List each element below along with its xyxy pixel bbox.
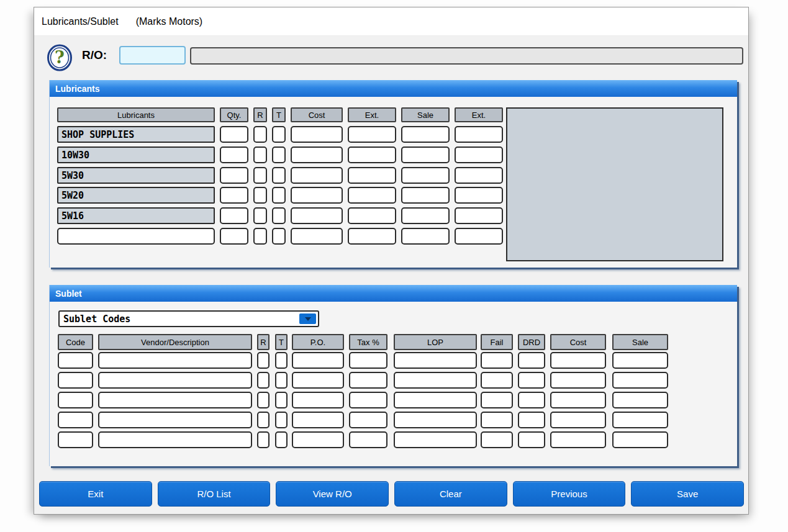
sublet-row5-code-input[interactable] bbox=[58, 431, 93, 448]
clear-button[interactable]: Clear bbox=[394, 481, 507, 507]
ro-number-input[interactable] bbox=[119, 46, 186, 65]
sublet-row5-tax-input[interactable] bbox=[349, 431, 387, 448]
sublet-row3-cost-input[interactable] bbox=[550, 392, 606, 408]
sublet-row5-fail-input[interactable] bbox=[481, 431, 513, 448]
sublet-row3-tax-input[interactable] bbox=[349, 392, 387, 408]
sublet-row5-cost-input[interactable] bbox=[550, 431, 606, 448]
sublet-row4-r-input[interactable] bbox=[257, 412, 269, 428]
lubricant-5w20-qty-input[interactable] bbox=[220, 187, 248, 204]
lubricant-5w20-r-input[interactable] bbox=[253, 187, 267, 204]
lubricant-shop-supplies-ext-input[interactable] bbox=[348, 126, 396, 143]
sublet-row5-po-input[interactable] bbox=[292, 431, 344, 448]
lubricant-5w16-qty-input[interactable] bbox=[220, 207, 248, 224]
lubricant-new-sale-input[interactable] bbox=[401, 228, 450, 245]
sublet-row5-t-input[interactable] bbox=[275, 431, 288, 448]
sublet-row1-lop-input[interactable] bbox=[394, 352, 477, 369]
sublet-row4-drd-input[interactable] bbox=[518, 412, 545, 428]
sublet-row2-vendor-input[interactable] bbox=[98, 372, 252, 389]
lubricant-shop-supplies-t-input[interactable] bbox=[272, 126, 286, 143]
help-button[interactable]: ? bbox=[47, 44, 73, 71]
sublet-row3-t-input[interactable] bbox=[275, 392, 288, 408]
sublet-row3-r-input[interactable] bbox=[257, 392, 269, 408]
lubricant-shop-supplies-qty-input[interactable] bbox=[220, 126, 248, 143]
lubricant-new-ext-input[interactable] bbox=[348, 228, 396, 245]
lubricant-new-ext2-input[interactable] bbox=[455, 228, 503, 245]
sublet-row1-code-input[interactable] bbox=[58, 352, 93, 369]
sublet-row2-sale-input[interactable] bbox=[612, 372, 668, 389]
lubricant-5w30-qty-input[interactable] bbox=[220, 167, 248, 184]
lubricant-5w16-ext-input[interactable] bbox=[348, 207, 396, 224]
lubricant-10w30-r-input[interactable] bbox=[253, 147, 267, 163]
lubricant-5w20-t-input[interactable] bbox=[272, 187, 286, 204]
save-button[interactable]: Save bbox=[631, 481, 744, 507]
sublet-row1-cost-input[interactable] bbox=[550, 352, 606, 369]
sublet-row4-fail-input[interactable] bbox=[481, 412, 513, 428]
exit-button[interactable]: Exit bbox=[39, 481, 152, 507]
sublet-row2-po-input[interactable] bbox=[292, 372, 344, 389]
sublet-row5-vendor-input[interactable] bbox=[98, 431, 252, 448]
sublet-row4-vendor-input[interactable] bbox=[98, 412, 252, 428]
sublet-row1-drd-input[interactable] bbox=[518, 352, 545, 369]
sublet-row5-r-input[interactable] bbox=[257, 431, 269, 448]
sublet-row3-code-input[interactable] bbox=[58, 392, 93, 408]
sublet-row1-fail-input[interactable] bbox=[481, 352, 513, 369]
sublet-row2-lop-input[interactable] bbox=[394, 372, 477, 389]
lubricant-5w20-ext-input[interactable] bbox=[348, 187, 396, 204]
lubricant-10w30-ext-input[interactable] bbox=[348, 147, 396, 163]
lubricant-10w30-cost-input[interactable] bbox=[291, 147, 343, 163]
lubricant-5w20-ext2-input[interactable] bbox=[455, 187, 503, 204]
sublet-row4-code-input[interactable] bbox=[58, 412, 93, 428]
sublet-row3-sale-input[interactable] bbox=[612, 392, 668, 408]
dropdown-arrow-button[interactable] bbox=[299, 313, 316, 324]
lubricant-5w30-ext-input[interactable] bbox=[348, 167, 396, 184]
sublet-row3-po-input[interactable] bbox=[292, 392, 344, 408]
ro-list-button[interactable]: R/O List bbox=[158, 481, 271, 507]
lubricant-5w20-sale-input[interactable] bbox=[401, 187, 450, 204]
lubricant-5w16-ext2-input[interactable] bbox=[455, 207, 503, 224]
sublet-codes-dropdown[interactable]: Sublet Codes bbox=[58, 310, 319, 327]
sublet-row1-po-input[interactable] bbox=[292, 352, 344, 369]
sublet-row4-lop-input[interactable] bbox=[394, 412, 477, 428]
lubricant-shop-supplies-ext2-input[interactable] bbox=[455, 126, 503, 143]
lubricant-new-qty-input[interactable] bbox=[220, 228, 248, 245]
sublet-row2-cost-input[interactable] bbox=[550, 372, 606, 389]
lubricant-new-name-input[interactable] bbox=[57, 228, 215, 245]
lubricant-5w16-t-input[interactable] bbox=[272, 207, 286, 224]
sublet-row2-fail-input[interactable] bbox=[481, 372, 513, 389]
sublet-row3-drd-input[interactable] bbox=[518, 392, 545, 408]
lubricant-new-r-input[interactable] bbox=[253, 228, 267, 245]
sublet-row2-drd-input[interactable] bbox=[518, 372, 545, 389]
sublet-row1-sale-input[interactable] bbox=[612, 352, 668, 369]
sublet-row1-t-input[interactable] bbox=[275, 352, 288, 369]
sublet-row5-lop-input[interactable] bbox=[394, 431, 477, 448]
sublet-row1-tax-input[interactable] bbox=[349, 352, 387, 369]
sublet-row2-code-input[interactable] bbox=[58, 372, 93, 389]
previous-button[interactable]: Previous bbox=[513, 481, 626, 507]
lubricant-new-t-input[interactable] bbox=[272, 228, 286, 245]
sublet-row4-po-input[interactable] bbox=[292, 412, 344, 428]
lubricant-5w30-r-input[interactable] bbox=[253, 167, 267, 184]
sublet-row5-sale-input[interactable] bbox=[612, 431, 668, 448]
lubricant-shop-supplies-r-input[interactable] bbox=[253, 126, 267, 143]
lubricant-5w16-sale-input[interactable] bbox=[401, 207, 450, 224]
sublet-row4-sale-input[interactable] bbox=[612, 412, 668, 428]
lubricant-10w30-qty-input[interactable] bbox=[220, 147, 248, 163]
lubricant-5w30-cost-input[interactable] bbox=[291, 167, 343, 184]
sublet-row2-tax-input[interactable] bbox=[349, 372, 387, 389]
lubricant-5w30-t-input[interactable] bbox=[272, 167, 286, 184]
sublet-row4-t-input[interactable] bbox=[275, 412, 288, 428]
lubricant-10w30-t-input[interactable] bbox=[272, 147, 286, 163]
lubricant-10w30-ext2-input[interactable] bbox=[455, 147, 503, 163]
sublet-row3-lop-input[interactable] bbox=[394, 392, 477, 408]
sublet-row4-tax-input[interactable] bbox=[349, 412, 387, 428]
view-ro-button[interactable]: View R/O bbox=[276, 481, 389, 507]
lubricant-shop-supplies-cost-input[interactable] bbox=[291, 126, 343, 143]
sublet-row4-cost-input[interactable] bbox=[550, 412, 606, 428]
sublet-row5-drd-input[interactable] bbox=[518, 431, 545, 448]
lubricant-5w30-ext2-input[interactable] bbox=[455, 167, 503, 184]
sublet-row3-fail-input[interactable] bbox=[481, 392, 513, 408]
lubricant-shop-supplies-sale-input[interactable] bbox=[401, 126, 450, 143]
lubricant-5w16-r-input[interactable] bbox=[253, 207, 267, 224]
sublet-row2-r-input[interactable] bbox=[257, 372, 269, 389]
lubricant-new-cost-input[interactable] bbox=[291, 228, 343, 245]
